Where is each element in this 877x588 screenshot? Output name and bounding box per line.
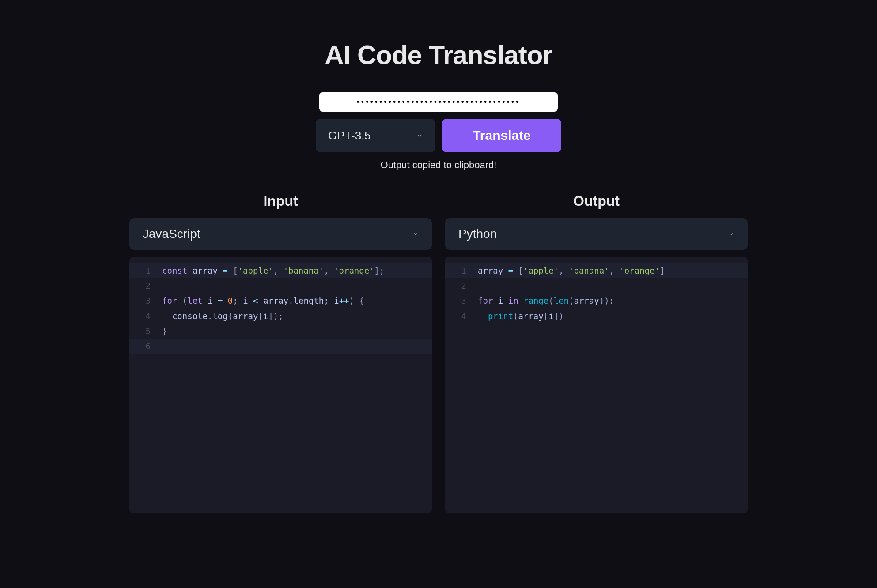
input-language-select[interactable]: JavaScript [129, 218, 432, 250]
output-panel-title: Output [445, 193, 748, 209]
line-number: 1 [137, 263, 151, 278]
line-number: 2 [453, 278, 466, 293]
code-content: print(array[i]) [478, 309, 564, 324]
code-line: 3for (let i = 0; i < array.length; i++) … [129, 293, 432, 308]
input-panel-title: Input [129, 193, 432, 209]
code-content: for i in range(len(array)): [478, 293, 614, 308]
output-language-select[interactable]: Python [445, 218, 748, 250]
code-content: array = ['apple', 'banana', 'orange'] [478, 263, 665, 278]
input-code-editor[interactable]: 1const array = ['apple', 'banana', 'oran… [129, 257, 432, 513]
chevron-down-icon [728, 231, 734, 237]
code-content: for (let i = 0; i < array.length; i++) { [162, 293, 364, 308]
code-line: 3for i in range(len(array)): [445, 293, 748, 308]
output-panel: Output Python 1array = ['apple', 'banana… [445, 193, 748, 513]
model-select-value: GPT-3.5 [328, 129, 416, 143]
output-language-value: Python [458, 227, 728, 241]
line-number: 4 [453, 309, 466, 324]
line-number: 3 [137, 293, 151, 308]
code-line: 1array = ['apple', 'banana', 'orange'] [445, 263, 748, 278]
chevron-down-icon [412, 231, 419, 237]
controls-section: GPT-3.5 Translate Output copied to clipb… [129, 92, 748, 171]
code-line: 2 [445, 278, 748, 293]
input-language-value: JavaScript [143, 227, 412, 241]
code-content: console.log(array[i]); [162, 309, 284, 324]
panels-container: Input JavaScript 1const array = ['apple'… [129, 193, 748, 513]
input-panel: Input JavaScript 1const array = ['apple'… [129, 193, 432, 513]
line-number: 3 [453, 293, 466, 308]
translate-button[interactable]: Translate [442, 119, 561, 152]
control-row: GPT-3.5 Translate [316, 119, 561, 152]
code-line: 2 [129, 278, 432, 293]
output-code-editor[interactable]: 1array = ['apple', 'banana', 'orange']23… [445, 257, 748, 513]
status-message: Output copied to clipboard! [381, 159, 497, 171]
line-number: 4 [137, 309, 151, 324]
code-content: const array = ['apple', 'banana', 'orang… [162, 263, 385, 278]
code-line: 4 console.log(array[i]); [129, 309, 432, 324]
code-line: 4 print(array[i]) [445, 309, 748, 324]
page-title: AI Code Translator [129, 40, 748, 70]
line-number: 5 [137, 324, 151, 339]
code-line: 6 [129, 339, 432, 354]
code-line: 1const array = ['apple', 'banana', 'oran… [129, 263, 432, 278]
line-number: 6 [137, 339, 151, 354]
api-key-input[interactable] [319, 92, 558, 112]
code-content: } [162, 324, 167, 339]
model-select[interactable]: GPT-3.5 [316, 119, 435, 152]
code-line: 5} [129, 324, 432, 339]
line-number: 2 [137, 278, 151, 293]
line-number: 1 [453, 263, 466, 278]
chevron-down-icon [416, 132, 423, 139]
